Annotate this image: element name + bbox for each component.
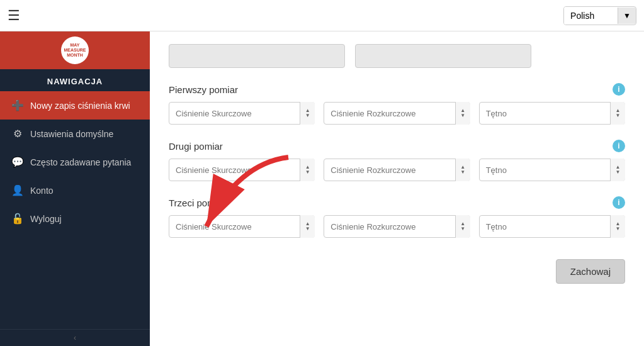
logout-icon: 🔓	[11, 213, 24, 225]
sidebar: MAYMEASUREMONTH NAWIGACJA ➕ Nowy zapis c…	[0, 31, 150, 346]
nav-title: NAWIGACJA	[0, 69, 150, 91]
spinner-down[interactable]: ▼	[305, 170, 310, 175]
info-icon-third[interactable]: i	[613, 196, 625, 209]
sidebar-items: ➕ Nowy zapis ciśnienia krwi ⚙ Ustawienia…	[0, 91, 150, 329]
field-systolic-first: ▲ ▼	[169, 102, 315, 125]
top-button-2[interactable]	[355, 44, 531, 68]
sidebar-item-new-record[interactable]: ➕ Nowy zapis ciśnienia krwi	[0, 91, 150, 120]
main-layout: MAYMEASUREMONTH NAWIGACJA ➕ Nowy zapis c…	[0, 31, 644, 346]
info-icon-second[interactable]: i	[613, 140, 625, 152]
plus-icon: ➕	[11, 99, 24, 111]
input-systolic-first[interactable]	[169, 102, 315, 125]
section-header-second: Drugi pomiar i	[169, 140, 625, 152]
section-title-first: Pierwszy pomiar	[169, 84, 238, 95]
measurement-section-third: Trzeci pomiar i ▲ ▼ ▲	[169, 196, 625, 238]
sidebar-item-settings[interactable]: ⚙ Ustawienia domyślne	[0, 120, 150, 148]
sidebar-item-label: Ustawienia domyślne	[30, 129, 113, 139]
spinner-down[interactable]: ▼	[460, 226, 465, 232]
spinner-diastolic-second[interactable]: ▲ ▼	[455, 159, 470, 181]
spinner-diastolic-first[interactable]: ▲ ▼	[455, 102, 470, 125]
spinner-down[interactable]: ▼	[460, 170, 465, 175]
field-pulse-first: ▲ ▼	[479, 102, 625, 125]
input-diastolic-first[interactable]	[324, 102, 470, 125]
measurement-section-first: Pierwszy pomiar i ▲ ▼ ▲	[169, 83, 625, 125]
sidebar-item-faq[interactable]: 💬 Często zadawane pytania	[0, 148, 150, 176]
section-header-first: Pierwszy pomiar i	[169, 83, 625, 96]
measurement-section-second: Drugi pomiar i ▲ ▼ ▲	[169, 140, 625, 181]
input-diastolic-third[interactable]	[324, 215, 470, 238]
field-diastolic-second: ▲ ▼	[324, 159, 470, 181]
sidebar-item-account[interactable]: 👤 Konto	[0, 176, 150, 204]
sidebar-item-label: Często zadawane pytania	[30, 157, 131, 167]
spinner-systolic-third[interactable]: ▲ ▼	[300, 215, 315, 238]
gear-icon: ⚙	[11, 128, 24, 140]
input-pulse-second[interactable]	[479, 159, 625, 181]
input-systolic-third[interactable]	[169, 215, 315, 238]
section-title-second: Drugi pomiar	[169, 141, 223, 152]
section-header-third: Trzeci pomiar i	[169, 196, 625, 209]
language-selector[interactable]: Polish English German French ▼	[563, 6, 636, 25]
input-systolic-second[interactable]	[169, 159, 315, 181]
sidebar-item-label: Nowy zapis ciśnienia krwi	[30, 101, 130, 111]
sidebar-logo-area: MAYMEASUREMONTH	[0, 31, 150, 69]
spinner-pulse-first[interactable]: ▲ ▼	[610, 102, 625, 125]
spinner-down[interactable]: ▼	[616, 113, 621, 118]
sidebar-item-label: Konto	[30, 186, 54, 196]
input-diastolic-second[interactable]	[324, 159, 470, 181]
spinner-systolic-first[interactable]: ▲ ▼	[300, 102, 315, 125]
spinner-down[interactable]: ▼	[305, 113, 310, 118]
language-dropdown[interactable]: Polish English German French	[564, 7, 618, 25]
field-pulse-second: ▲ ▼	[479, 159, 625, 181]
content-area: Pierwszy pomiar i ▲ ▼ ▲	[150, 31, 644, 346]
field-diastolic-first: ▲ ▼	[324, 102, 470, 125]
save-button-row: Zachowaj	[169, 253, 625, 284]
field-pulse-third: ▲ ▼	[479, 215, 625, 238]
user-icon: 👤	[11, 184, 24, 196]
top-buttons	[169, 44, 625, 68]
spinner-pulse-third[interactable]: ▲ ▼	[610, 215, 625, 238]
top-bar-left: ☰	[8, 8, 20, 24]
spinner-diastolic-third[interactable]: ▲ ▼	[455, 215, 470, 238]
input-pulse-third[interactable]	[479, 215, 625, 238]
section-title-third: Trzeci pomiar	[169, 198, 225, 208]
logo: MAYMEASUREMONTH	[61, 36, 89, 64]
field-diastolic-third: ▲ ▼	[324, 215, 470, 238]
field-systolic-third: ▲ ▼	[169, 215, 315, 238]
measurement-fields-second: ▲ ▼ ▲ ▼ ▲	[169, 159, 625, 181]
info-icon-first[interactable]: i	[613, 83, 625, 96]
spinner-down[interactable]: ▼	[616, 226, 621, 232]
language-dropdown-arrow[interactable]: ▼	[618, 8, 636, 24]
hamburger-icon[interactable]: ☰	[8, 8, 20, 24]
input-pulse-first[interactable]	[479, 102, 625, 125]
chat-icon: 💬	[11, 156, 24, 168]
form-card: Pierwszy pomiar i ▲ ▼ ▲	[150, 31, 644, 346]
spinner-pulse-second[interactable]: ▲ ▼	[610, 159, 625, 181]
sidebar-item-logout[interactable]: 🔓 Wyloguj	[0, 204, 150, 233]
measurement-fields-first: ▲ ▼ ▲ ▼ ▲	[169, 102, 625, 125]
field-systolic-second: ▲ ▼	[169, 159, 315, 181]
spinner-systolic-second[interactable]: ▲ ▼	[300, 159, 315, 181]
top-button-1[interactable]	[169, 44, 345, 68]
spinner-down[interactable]: ▼	[305, 226, 310, 232]
scroll-indicator: ‹	[0, 329, 150, 346]
save-button[interactable]: Zachowaj	[556, 259, 625, 284]
spinner-down[interactable]: ▼	[460, 113, 465, 118]
measurement-fields-third: ▲ ▼ ▲ ▼ ▲	[169, 215, 625, 238]
top-bar: ☰ Polish English German French ▼	[0, 0, 644, 31]
sidebar-item-label: Wyloguj	[30, 214, 62, 224]
spinner-down[interactable]: ▼	[616, 170, 621, 175]
